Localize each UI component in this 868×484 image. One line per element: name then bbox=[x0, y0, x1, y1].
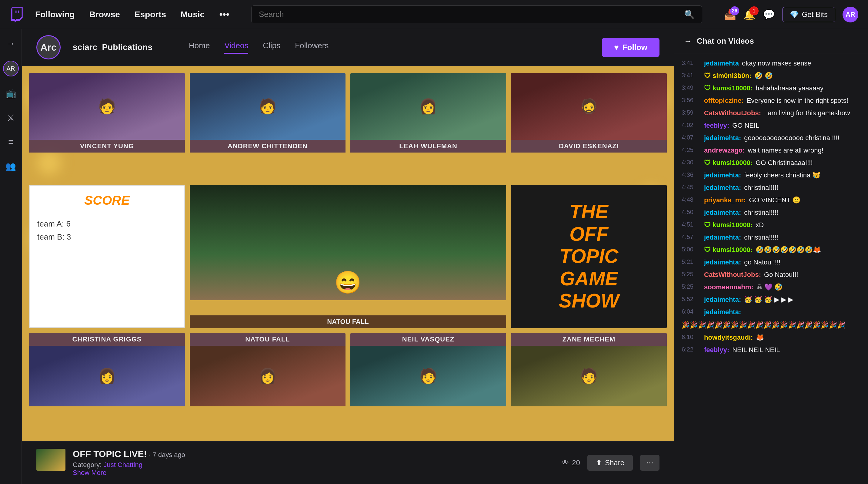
chat-messages[interactable]: 3:41jedaimehtaokay now makes sense3:41🛡 … bbox=[674, 53, 868, 484]
chat-username[interactable]: feeblyy: bbox=[704, 345, 729, 355]
chat-username[interactable]: soomeennahm: bbox=[704, 282, 753, 292]
search-icon: 🔍 bbox=[684, 9, 695, 20]
chat-username[interactable]: jedaimehta: bbox=[704, 232, 741, 242]
chat-username[interactable]: 🛡 kumsi10000: bbox=[704, 220, 752, 230]
video-category-link[interactable]: Just Chatting bbox=[104, 461, 143, 468]
nav-following[interactable]: Following bbox=[35, 10, 75, 20]
collapse-sidebar-icon[interactable]: → bbox=[4, 36, 18, 51]
chat-username[interactable]: jedaimehta: bbox=[704, 295, 741, 304]
chat-timestamp: 5:25 bbox=[682, 282, 701, 292]
chat-username[interactable]: jedaimehta: bbox=[704, 133, 741, 143]
main-nav: Following Browse Esports Music ••• bbox=[35, 9, 229, 20]
chat-collapse-icon[interactable]: → bbox=[684, 36, 692, 46]
nav-icons: 📥 26 🔔 1 💬 💎 Get Bits AR bbox=[724, 7, 858, 23]
chat-username[interactable]: feeblyy: bbox=[704, 120, 729, 130]
chat-message-text: I am living for this gameshow bbox=[764, 108, 850, 118]
chat-timestamp: 3:59 bbox=[682, 108, 701, 118]
featured-player-name: NATOU FALL bbox=[190, 315, 506, 328]
channel-nav-home[interactable]: Home bbox=[189, 41, 210, 54]
chat-timestamp: 5:00 bbox=[682, 245, 701, 255]
chat-title: Chat on Videos bbox=[697, 36, 754, 46]
search-input[interactable] bbox=[259, 10, 679, 19]
chat-sidebar: → Chat on Videos 3:41jedaimehtaokay now … bbox=[674, 29, 868, 484]
chat-message-text: ☠ 💜 🤣 bbox=[756, 282, 782, 292]
chat-timestamp: 4:36 bbox=[682, 170, 701, 180]
chat-message-text: Go Natou!!! bbox=[764, 270, 798, 280]
video-info-bar: OFF TOPIC LIVE! · 7 days ago Category: J… bbox=[22, 441, 674, 484]
chat-username[interactable]: jedaimehta: bbox=[704, 170, 741, 180]
channel-nav-followers[interactable]: Followers bbox=[295, 41, 329, 54]
channel-nav: Home Videos Clips Followers bbox=[189, 41, 329, 54]
video-title-row: OFF TOPIC LIVE! · 7 days ago bbox=[73, 449, 185, 459]
chat-timestamp: 5:25 bbox=[682, 270, 701, 280]
sidebar-menu-icon[interactable]: ≡ bbox=[4, 134, 18, 149]
more-options-button[interactable]: ⋯ bbox=[640, 455, 659, 471]
chat-username[interactable]: 🛡 kumsi10000: bbox=[704, 158, 752, 168]
nav-more[interactable]: ••• bbox=[219, 9, 229, 20]
chat-username[interactable]: CatsWithoutJobs: bbox=[704, 270, 761, 280]
chat-username[interactable]: 🛡 kumsi10000: bbox=[704, 245, 752, 255]
nav-music[interactable]: Music bbox=[181, 10, 205, 20]
channel-nav-videos[interactable]: Videos bbox=[224, 41, 248, 54]
chat-message: 5:25soomeennahm:☠ 💜 🤣 bbox=[682, 282, 861, 292]
nav-esports[interactable]: Esports bbox=[134, 10, 166, 20]
chat-timestamp: 4:02 bbox=[682, 120, 701, 130]
show-more-link[interactable]: Show More bbox=[73, 469, 185, 477]
chat-username[interactable]: jedaimehta: bbox=[704, 207, 741, 217]
chat-message: 4:50jedaimehta:christina!!!!! bbox=[682, 207, 861, 217]
chat-message-text: 🤣 🤣 bbox=[754, 71, 773, 81]
chat-message: 4:25andrewzago:wait names are all wrong! bbox=[682, 145, 861, 155]
chat-username[interactable]: 🛡 sim0nl3b0n: bbox=[704, 71, 751, 81]
chat-username[interactable]: priyanka_mr: bbox=[704, 195, 746, 205]
chat-username[interactable]: offtopiczine: bbox=[704, 95, 744, 105]
chat-message-text: 🎉🎉🎉🎉🎉🎉🎉🎉🎉🎉🎉🎉🎉🎉🎉🎉🎉🎉🎉🎉 bbox=[682, 320, 845, 330]
chat-username[interactable]: jedaimehta: bbox=[704, 183, 741, 192]
twitch-logo[interactable] bbox=[10, 7, 26, 23]
sidebar-sword-icon[interactable]: ⚔ bbox=[4, 111, 18, 125]
inbox-icon[interactable]: 📥 26 bbox=[724, 9, 736, 20]
chat-username[interactable]: jedaimehta bbox=[704, 58, 739, 68]
chat-message-text: NEIL NEIL NEIL bbox=[732, 345, 780, 355]
chat-username[interactable]: andrewzago: bbox=[704, 145, 745, 155]
share-button[interactable]: ⬆ Share bbox=[587, 455, 633, 471]
chat-message: 4:36jedaimehta:feebly cheers christina 😿 bbox=[682, 170, 861, 180]
chat-username[interactable]: CatsWithoutJobs: bbox=[704, 108, 761, 118]
score-team-a: team A: 6 bbox=[37, 219, 177, 229]
chat-message: 5:52jedaimehta:🥳 🥳 🥳 ▶ ▶ ▶ bbox=[682, 295, 861, 304]
chat-username[interactable]: jedaimehta: bbox=[704, 257, 741, 267]
share-icon: ⬆ bbox=[596, 458, 602, 467]
chat-message-text: christina!!!!! bbox=[744, 183, 778, 192]
chat-message: 3:56offtopiczine:Everyone is now in the … bbox=[682, 95, 861, 105]
chat-timestamp: 6:10 bbox=[682, 332, 701, 342]
get-bits-button[interactable]: 💎 Get Bits bbox=[782, 7, 835, 22]
user-avatar[interactable]: AR bbox=[842, 7, 858, 23]
chat-username[interactable]: howdyitsgaudi: bbox=[704, 332, 753, 342]
chat-message: 4:30🛡 kumsi10000:GO Christinaaaa!!!! bbox=[682, 158, 861, 168]
game-show-grid: 🧑 VINCENT YUNG 🧑 ANDREW CHITTENDEN 👩 LEA… bbox=[22, 66, 674, 441]
channel-nav-clips[interactable]: Clips bbox=[263, 41, 280, 54]
video-actions: 👁 20 ⬆ Share ⋯ bbox=[562, 455, 659, 471]
chat-message-text: go Natou !!!! bbox=[744, 257, 780, 267]
channel-avatar: Arc bbox=[36, 35, 61, 59]
chat-message: 4:57jedaimehta:christina!!!!! bbox=[682, 232, 861, 242]
video-area[interactable]: 🧑 VINCENT YUNG 🧑 ANDREW CHITTENDEN 👩 LEA… bbox=[22, 66, 674, 441]
sidebar-video-icon[interactable]: 📺 bbox=[4, 86, 18, 101]
follow-button[interactable]: ♥ Follow bbox=[602, 38, 659, 57]
sidebar-channel-avatar[interactable]: AR bbox=[3, 61, 19, 77]
bell-icon[interactable]: 🔔 1 bbox=[743, 9, 755, 20]
chat-message: 4:51🛡 kumsi10000:xD bbox=[682, 220, 861, 230]
chat-message: 3:59CatsWithoutJobs:I am living for this… bbox=[682, 108, 861, 118]
chat-timestamp: 4:48 bbox=[682, 195, 701, 205]
chat-icon[interactable]: 💬 bbox=[763, 9, 775, 20]
chat-username[interactable]: 🛡 kumsi10000: bbox=[704, 83, 752, 93]
featured-player: 😄 NATOU FALL bbox=[190, 185, 506, 328]
nav-browse[interactable]: Browse bbox=[89, 10, 120, 20]
chat-message: 5:25CatsWithoutJobs:Go Natou!!! bbox=[682, 270, 861, 280]
chat-message-text: christina!!!!! bbox=[744, 232, 778, 242]
sidebar-people-icon[interactable]: 👥 bbox=[4, 159, 18, 174]
video-thumbnail bbox=[36, 449, 65, 471]
video-category-row: Category: Just Chatting bbox=[73, 461, 185, 469]
player-christina: CHRISTINA GRIGGS 👩 bbox=[29, 333, 185, 434]
chat-timestamp: 3:41 bbox=[682, 58, 701, 68]
chat-username[interactable]: jedaimehta: bbox=[704, 307, 741, 317]
